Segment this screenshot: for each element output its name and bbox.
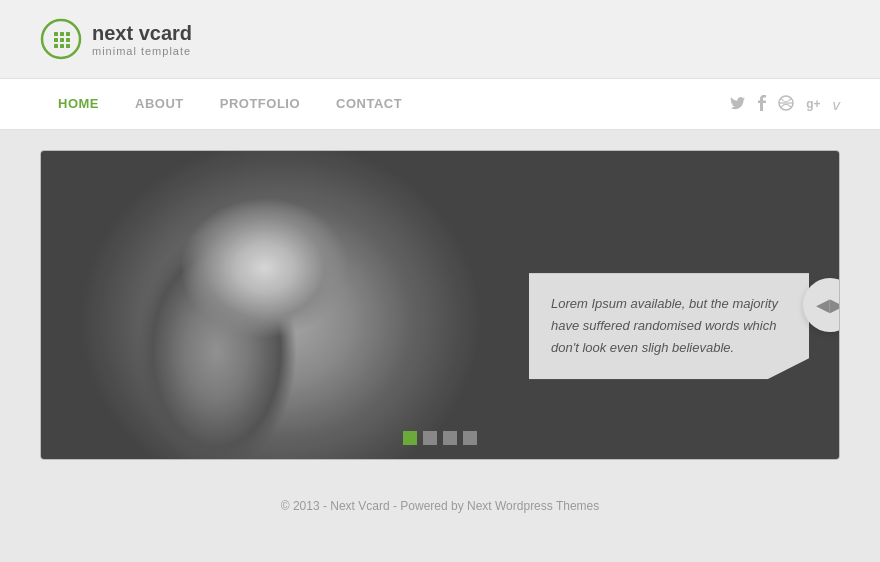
nav-link-about[interactable]: ABOUT: [117, 78, 202, 130]
svg-rect-6: [66, 38, 70, 42]
social-icons: g+ v: [730, 95, 840, 114]
googleplus-icon[interactable]: g+: [806, 97, 820, 111]
dot-1[interactable]: [403, 431, 417, 445]
main-content: Lorem Ipsum available, but the majority …: [0, 130, 880, 480]
logo-icon: [40, 18, 82, 60]
logo[interactable]: next vcard minimal template: [40, 18, 192, 60]
svg-rect-5: [60, 38, 64, 42]
svg-rect-8: [60, 44, 64, 48]
dot-2[interactable]: [423, 431, 437, 445]
chevron-right-icon: ◀▶: [816, 294, 840, 316]
footer-text: © 2013 - Next Vcard - Powered by Next Wo…: [281, 499, 600, 513]
caption-box: Lorem Ipsum available, but the majority …: [529, 273, 809, 379]
caption-text: Lorem Ipsum available, but the majority …: [551, 293, 787, 359]
nav-link-home[interactable]: HOME: [40, 78, 117, 130]
vimeo-icon[interactable]: v: [833, 96, 841, 113]
navbar: HOME ABOUT PROTFOLIO CONTACT: [0, 78, 880, 130]
svg-rect-9: [66, 44, 70, 48]
logo-text: next vcard minimal template: [92, 21, 192, 57]
nav-item-home[interactable]: HOME: [40, 78, 117, 130]
nav-item-portfolio[interactable]: PROTFOLIO: [202, 78, 318, 130]
svg-rect-7: [54, 44, 58, 48]
nav-links: HOME ABOUT PROTFOLIO CONTACT: [40, 78, 420, 130]
slider: Lorem Ipsum available, but the majority …: [40, 150, 840, 460]
svg-rect-4: [54, 38, 58, 42]
slider-dots: [403, 431, 477, 445]
nav-link-contact[interactable]: CONTACT: [318, 78, 420, 130]
dribbble-icon[interactable]: [778, 95, 794, 114]
svg-rect-1: [54, 32, 58, 36]
logo-subtitle: minimal template: [92, 45, 192, 57]
svg-rect-3: [66, 32, 70, 36]
dot-4[interactable]: [463, 431, 477, 445]
nav-item-contact[interactable]: CONTACT: [318, 78, 420, 130]
nav-link-portfolio[interactable]: PROTFOLIO: [202, 78, 318, 130]
header: next vcard minimal template: [0, 0, 880, 78]
footer: © 2013 - Next Vcard - Powered by Next Wo…: [0, 480, 880, 530]
dot-3[interactable]: [443, 431, 457, 445]
svg-rect-2: [60, 32, 64, 36]
logo-title: next vcard: [92, 21, 192, 45]
twitter-icon[interactable]: [730, 96, 745, 113]
facebook-icon[interactable]: [757, 95, 766, 114]
nav-item-about[interactable]: ABOUT: [117, 78, 202, 130]
